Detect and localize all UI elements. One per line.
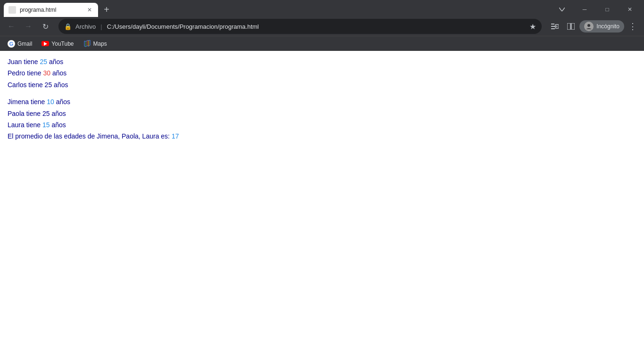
bookmark-maps-label: Maps xyxy=(93,41,107,47)
maps-icon xyxy=(83,40,91,48)
reload-button[interactable]: ↻ xyxy=(38,19,53,34)
active-tab[interactable]: programa.html ✕ xyxy=(4,3,98,17)
tab-title: programa.html xyxy=(20,7,82,13)
close-button[interactable]: ✕ xyxy=(619,4,640,15)
bookmark-youtube-label: YouTube xyxy=(51,41,74,47)
forward-button[interactable]: → xyxy=(21,19,36,34)
svg-rect-0 xyxy=(551,24,554,24)
content-line-6: Laura tiene 15 años xyxy=(8,120,636,130)
minimize-button[interactable]: ─ xyxy=(574,4,595,15)
tab-search-button[interactable] xyxy=(552,4,572,15)
split-screen-button[interactable] xyxy=(563,19,578,34)
content-line-2: Pedro tiene 30 años xyxy=(8,68,636,78)
protocol-label: Archivo xyxy=(75,23,96,30)
bookmarks-bar: G Gmail YouTube Maps xyxy=(0,36,644,51)
content-line-5: Paola tiene 25 años xyxy=(8,108,636,119)
tab-close-button[interactable]: ✕ xyxy=(86,6,93,14)
bookmark-youtube[interactable]: YouTube xyxy=(38,38,77,50)
svg-rect-6 xyxy=(571,23,575,30)
content-line-4: Jimena tiene 10 años xyxy=(8,97,636,107)
bookmark-gmail-label: Gmail xyxy=(17,41,32,47)
navigation-bar: ← → ↻ 🔒 Archivo | C:/Users/dayli/Documen… xyxy=(0,17,644,36)
svg-rect-5 xyxy=(567,23,570,30)
content-line-3: Carlos tiene 25 años xyxy=(8,80,636,90)
back-button[interactable]: ← xyxy=(4,19,19,34)
content-line-7: El promedio de las edades de Jimena, Pao… xyxy=(8,131,636,141)
separator: | xyxy=(100,23,102,30)
title-bar: programa.html ✕ + ─ □ ✕ xyxy=(0,0,644,17)
incognito-profile-button[interactable]: Incógnito xyxy=(579,20,624,33)
svg-rect-2 xyxy=(551,28,555,29)
google-icon: G xyxy=(8,40,15,48)
svg-point-7 xyxy=(587,24,590,27)
bookmark-gmail[interactable]: G Gmail xyxy=(4,38,36,50)
tab-favicon-icon xyxy=(8,6,16,14)
toolbar-icons: Incógnito ⋮ xyxy=(547,19,640,34)
address-bar[interactable]: 🔒 Archivo | C:/Users/dayli/Documents/Pro… xyxy=(58,19,542,34)
url-text: C:/Users/dayli/Documents/Programacion/pr… xyxy=(107,23,526,30)
bookmark-maps[interactable]: Maps xyxy=(80,38,111,50)
bookmarks-sidebar-button[interactable] xyxy=(547,19,562,34)
window-controls: ─ □ ✕ xyxy=(552,4,640,15)
security-icon: 🔒 xyxy=(64,23,72,30)
page-content: Juan tiene 25 años Pedro tiene 30 años C… xyxy=(0,51,644,343)
content-line-1: Juan tiene 25 años xyxy=(8,57,636,67)
chrome-menu-button[interactable]: ⋮ xyxy=(625,19,640,34)
incognito-avatar xyxy=(584,22,594,31)
maximize-button[interactable]: □ xyxy=(597,4,618,15)
bookmark-star-icon[interactable]: ★ xyxy=(529,22,536,31)
youtube-icon xyxy=(41,40,49,48)
incognito-label: Incógnito xyxy=(596,23,619,30)
new-tab-button[interactable]: + xyxy=(100,3,113,16)
svg-marker-4 xyxy=(556,25,558,27)
